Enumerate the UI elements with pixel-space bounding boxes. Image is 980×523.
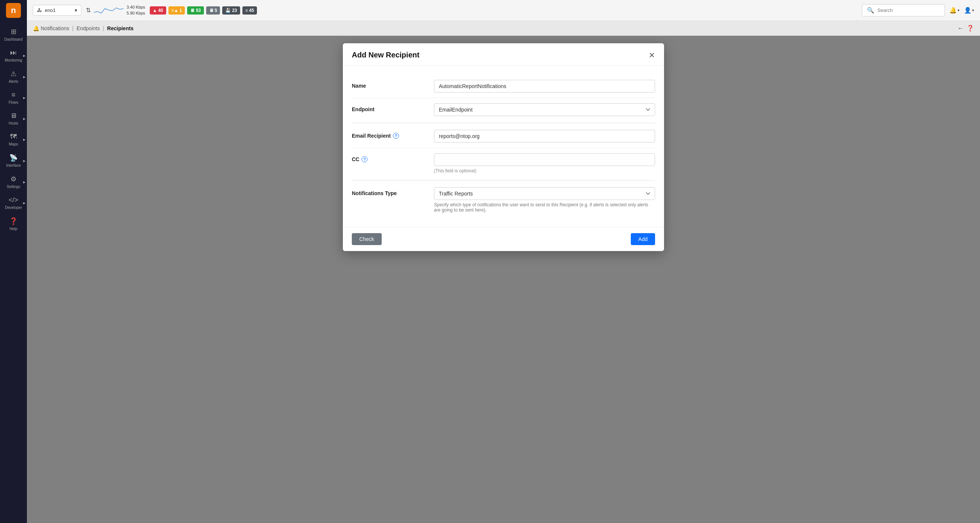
endpoint-label: Endpoint [352, 103, 434, 112]
email-recipient-input[interactable] [434, 130, 655, 143]
sidebar-item-label: Monitoring [5, 58, 22, 62]
sidebar-item-label: Developer [5, 206, 22, 210]
badge-count: 53 [196, 8, 200, 13]
breadcrumb-endpoints[interactable]: Endpoints [76, 25, 100, 31]
hosts-icon: 🖥 [10, 112, 17, 120]
alerts-icon: ⚠ [10, 70, 16, 78]
name-input[interactable] [434, 80, 655, 92]
chevron-right-icon: ▶ [23, 159, 25, 162]
modal-close-button[interactable]: ✕ [649, 51, 655, 59]
sidebar-item-flows[interactable]: ≡ Flows ▶ [0, 87, 27, 108]
email-control [434, 130, 655, 143]
interface-selector[interactable]: 🖧 eno1 ▾ [33, 5, 81, 16]
list-icon: ≡ [245, 8, 248, 13]
sidebar-item-label: Interface [6, 163, 21, 168]
chevron-right-icon: ▶ [23, 117, 25, 120]
section-divider-1 [352, 123, 655, 123]
chevron-right-icon: ▶ [23, 201, 25, 205]
notifications-bell-button[interactable]: 🔔▾ [950, 7, 959, 14]
alert-triangle-icon: ▲ [153, 8, 157, 13]
sidebar: n ⊞ Dashboard ⏭ Monitoring ▶ ⚠ Alerts ▶ … [0, 0, 27, 523]
sidebar-item-label: Hosts [9, 121, 18, 125]
sidebar-item-settings[interactable]: ⚙ Settings ▶ [0, 171, 27, 192]
breadcrumb-label: Recipients [107, 25, 134, 31]
sidebar-item-help[interactable]: ❓ Help [0, 213, 27, 235]
host-icon: 🖥 [190, 8, 194, 13]
modal-header: Add New Recipient ✕ [343, 43, 664, 66]
badge-count: 5 [215, 8, 217, 13]
sidebar-item-alerts[interactable]: ⚠ Alerts ▶ [0, 66, 27, 87]
help-question-icon[interactable]: ❓ [967, 25, 974, 32]
user-menu-button[interactable]: 👤▾ [964, 7, 974, 14]
sidebar-item-label: Flows [9, 100, 18, 105]
cc-help-icon[interactable]: ? [361, 156, 368, 162]
sidebar-item-hosts[interactable]: 🖥 Hosts ▶ [0, 108, 27, 129]
form-row-endpoint: Endpoint EmailEndpoint SlackEndpoint Web… [352, 98, 655, 121]
breadcrumb-actions: ← ❓ [958, 25, 974, 32]
endpoint-select[interactable]: EmailEndpoint SlackEndpoint WebhookEndpo… [434, 103, 655, 116]
sidebar-item-monitoring[interactable]: ⏭ Monitoring ▶ [0, 45, 27, 66]
device-icon: 🖥 [209, 8, 214, 13]
interface-icon: 🖧 [37, 8, 42, 13]
sidebar-item-interface[interactable]: 📡 Interface ▶ [0, 150, 27, 171]
page-area: Add New Recipient ✕ Name [27, 36, 980, 523]
form-row-name: Name [352, 74, 655, 98]
back-button[interactable]: ← [958, 25, 964, 32]
search-icon: 🔍 [867, 7, 874, 14]
add-recipient-modal: Add New Recipient ✕ Name [343, 43, 664, 251]
form-row-notifications-type: Notifications Type Traffic Reports Alert… [352, 182, 655, 218]
interface-name: eno1 [45, 8, 56, 13]
notifications-type-select[interactable]: Traffic Reports Alerts All [434, 187, 655, 200]
badge-alerts[interactable]: ▲ 40 [150, 6, 166, 14]
interface-icon: 📡 [10, 154, 18, 162]
flows-icon: ≡ [11, 91, 16, 99]
badge-count: 40 [158, 8, 163, 13]
settings-icon: ⚙ [10, 175, 16, 183]
sidebar-item-developer[interactable]: </> Developer ▶ [0, 192, 27, 213]
badge-list[interactable]: ≡ 45 [242, 6, 257, 14]
badge-count: 23 [232, 8, 237, 13]
topbar: 🖧 eno1 ▾ ⇅ 3.40 Kbps 5.90 Kbps ▲ 40 [27, 0, 980, 21]
breadcrumb-recipients[interactable]: Recipients [107, 25, 134, 31]
sidebar-item-label: Help [10, 227, 18, 231]
badge-count: 1 [180, 8, 182, 13]
sidebar-item-dashboard[interactable]: ⊞ Dashboard [0, 24, 27, 45]
form-row-cc: CC ? (This field is optional) [352, 148, 655, 179]
cc-input[interactable] [434, 153, 655, 166]
cc-optional-text: (This field is optional) [434, 168, 655, 173]
endpoint-control: EmailEndpoint SlackEndpoint WebhookEndpo… [434, 103, 655, 116]
status-badges: ▲ 40 ≡▲ 1 🖥 53 🖥 5 💾 23 [150, 6, 257, 14]
sidebar-item-maps[interactable]: 🗺 Maps ▶ [0, 129, 27, 150]
badge-storage[interactable]: 💾 23 [222, 6, 240, 14]
cc-label: CC ? [352, 153, 434, 162]
section-divider-2 [352, 180, 655, 181]
topbar-right: 🔍 🔔▾ 👤▾ [862, 4, 974, 16]
traffic-info: 3.40 Kbps 5.90 Kbps [127, 5, 145, 16]
check-button[interactable]: Check [352, 233, 382, 245]
breadcrumb-notifications[interactable]: 🔔 Notifications [33, 25, 69, 31]
chevron-right-icon: ▶ [23, 96, 25, 100]
add-button[interactable]: Add [631, 233, 655, 245]
name-control [434, 80, 655, 92]
chevron-right-icon: ▶ [23, 54, 25, 57]
notifications-type-help: Specify which type of notifications the … [434, 202, 655, 212]
email-help-icon[interactable]: ? [393, 133, 399, 139]
badge-warnings[interactable]: ≡▲ 1 [169, 6, 185, 14]
traffic-down: 5.90 Kbps [127, 10, 145, 16]
search-input[interactable] [877, 8, 940, 13]
app-logo[interactable]: n [6, 3, 21, 18]
traffic-sparkline [94, 5, 124, 16]
search-box[interactable]: 🔍 [862, 4, 945, 16]
notifications-type-label: Notifications Type [352, 187, 434, 196]
chevron-right-icon: ▶ [23, 180, 25, 184]
modal-footer: Check Add [343, 227, 664, 251]
badge-hosts[interactable]: 🖥 53 [187, 6, 204, 14]
storage-icon: 💾 [225, 8, 231, 13]
notifications-type-control: Traffic Reports Alerts All Specify which… [434, 187, 655, 212]
sidebar-item-label: Alerts [9, 79, 18, 84]
maps-icon: 🗺 [10, 133, 17, 141]
badge-devices[interactable]: 🖥 5 [206, 6, 220, 14]
breadcrumb: 🔔 Notifications | Endpoints | Recipients… [27, 21, 980, 36]
traffic-up: 3.40 Kbps [127, 5, 145, 10]
breadcrumb-sep-1: | [72, 25, 73, 31]
